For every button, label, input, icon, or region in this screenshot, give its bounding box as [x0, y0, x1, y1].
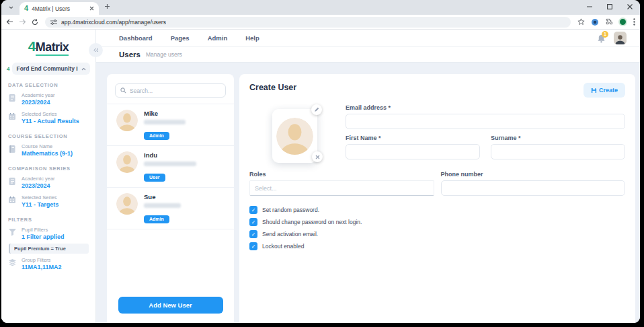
nav-dashboard[interactable]: Dashboard	[119, 34, 153, 42]
role-badge: Admin	[144, 215, 169, 223]
avatar-placeholder	[276, 118, 313, 155]
app-nav-bar: Dashboard Pages Admin Help 1	[96, 30, 640, 47]
item-label: Group Filters	[22, 257, 62, 263]
sidebar-item-pupil-filters[interactable]: Pupil Filters 1 Filter applied	[1, 224, 95, 243]
item-label: Selected Series	[22, 194, 58, 201]
first-name-field[interactable]	[346, 144, 480, 159]
forward-button[interactable]	[19, 19, 26, 25]
section-header-course-selection: COURSE SELECTION	[8, 133, 89, 139]
role-badge: Admin	[144, 132, 169, 140]
add-new-user-button[interactable]: Add New User	[118, 297, 223, 314]
browser-tab[interactable]: 4 4Matrix | Users	[19, 2, 99, 15]
user-name: Indu	[144, 151, 196, 159]
checkbox-checked-icon[interactable]	[249, 218, 257, 226]
logo-part-4: 4	[28, 38, 36, 54]
user-list-item[interactable]: Mike Admin	[115, 104, 226, 145]
tab-search-button[interactable]	[6, 3, 16, 13]
page-header: Users Manage users	[96, 47, 640, 63]
new-tab-button[interactable]	[104, 3, 110, 9]
logo-part-matrix: Matrix	[36, 40, 69, 56]
page-title: Users	[119, 50, 140, 59]
user-placeholder-avatar	[116, 151, 138, 173]
save-icon	[591, 87, 597, 94]
site-favicon: 4	[24, 5, 28, 12]
sidebar-collapse-button[interactable]	[89, 43, 103, 57]
roles-label: Roles	[249, 171, 434, 178]
user-list-item[interactable]: Sue Admin	[115, 188, 226, 229]
profile-avatar	[618, 17, 627, 26]
sidebar: 4Matrix 4 Ford End Community I DATA SELE…	[1, 30, 96, 323]
search-box[interactable]	[115, 83, 226, 98]
notification-badge: 1	[602, 31, 608, 38]
sidebar-item-comparison-selected-series[interactable]: Selected Series Y11 - Targets	[1, 192, 95, 211]
surname-label: Surname *	[491, 135, 625, 141]
search-input[interactable]	[130, 87, 220, 94]
sidebar-item-academic-year[interactable]: Academic year 2023/2024	[1, 89, 95, 108]
checkbox-send-activation-email[interactable]: Send activation email.	[249, 230, 625, 238]
maximize-icon	[607, 4, 612, 9]
avatar-upload-card[interactable]	[272, 109, 317, 163]
section-header-filters: FILTERS	[8, 217, 89, 223]
browser-menu-button[interactable]	[633, 18, 635, 26]
checkbox-label: Should change password on next login.	[262, 219, 362, 225]
window-controls	[579, 0, 640, 13]
create-user-panel: Create User Create	[239, 74, 635, 323]
minimize-button[interactable]	[579, 0, 600, 13]
extensions-button[interactable]	[605, 18, 612, 26]
chevron-up-icon	[81, 67, 86, 71]
item-label: Academic year	[22, 176, 55, 182]
browser-profile-button[interactable]	[618, 17, 627, 26]
edit-avatar-button[interactable]	[311, 104, 322, 115]
user-name: Sue	[144, 193, 181, 201]
sidebar-item-course-name[interactable]: Course Name Mathematics (9-1)	[1, 141, 95, 159]
create-button[interactable]: Create	[583, 83, 625, 98]
checkbox-checked-icon[interactable]	[249, 242, 257, 250]
create-button-label: Create	[599, 87, 618, 94]
puzzle-icon	[605, 18, 612, 26]
browser-toolbar: app.4matrixcloud.com/app/manage/users	[1, 15, 640, 30]
bookmark-button[interactable]	[577, 18, 585, 26]
nav-help[interactable]: Help	[245, 34, 259, 42]
forward-arrow-icon	[19, 19, 26, 25]
checkbox-set-random-password[interactable]: Set random password.	[249, 206, 625, 214]
sidebar-item-comparison-academic-year[interactable]: Academic year 2023/2024	[1, 173, 95, 192]
checkbox-label: Send activation email.	[262, 231, 318, 238]
checkbox-lockout-enabled[interactable]: Lockout enabled	[249, 242, 625, 250]
user-avatar[interactable]	[614, 32, 627, 44]
sidebar-item-group-filters[interactable]: Group Filters 11MA1,11MA2	[1, 254, 95, 273]
nav-admin[interactable]: Admin	[208, 34, 228, 42]
maximize-button[interactable]	[600, 0, 620, 13]
school-selector[interactable]: Ford End Community I	[12, 63, 90, 75]
item-value: 2023/2024	[22, 182, 55, 189]
nav-pages[interactable]: Pages	[171, 34, 190, 42]
remove-avatar-button[interactable]	[312, 151, 323, 162]
minimize-icon	[587, 6, 592, 7]
address-bar[interactable]: app.4matrixcloud.com/app/manage/users	[45, 17, 571, 28]
browser-window: 4 4Matrix | Users	[0, 0, 644, 327]
school-name: Ford End Community I	[16, 65, 79, 72]
checkbox-checked-icon[interactable]	[249, 206, 257, 214]
user-list-item[interactable]: Indu User	[115, 146, 226, 187]
back-arrow-icon	[6, 19, 13, 25]
checkbox-change-password-next-login[interactable]: Should change password on next login.	[249, 218, 625, 226]
document-icon	[8, 94, 17, 102]
funnel-icon	[8, 228, 17, 236]
notifications-button[interactable]: 1	[596, 33, 606, 44]
roles-select[interactable]	[249, 180, 434, 196]
user-email-redacted	[144, 161, 196, 166]
applied-filter-chip[interactable]: Pupil Premium = True	[9, 244, 89, 254]
tab-close-button[interactable]	[89, 6, 94, 11]
item-label: Selected Series	[22, 111, 79, 117]
plus-icon	[104, 3, 110, 9]
reload-button[interactable]	[32, 19, 38, 26]
item-value: Mathematics (9-1)	[22, 150, 73, 157]
close-window-button[interactable]	[620, 0, 640, 13]
phone-field[interactable]	[441, 180, 626, 196]
role-badge: User	[144, 174, 165, 182]
back-button[interactable]	[6, 19, 13, 25]
sidebar-item-selected-series[interactable]: Selected Series Y11 - Actual Results	[1, 108, 95, 127]
browser-extension-button[interactable]	[591, 18, 599, 26]
email-field[interactable]	[346, 114, 625, 129]
checkbox-checked-icon[interactable]	[249, 230, 257, 238]
surname-field[interactable]	[491, 144, 625, 159]
